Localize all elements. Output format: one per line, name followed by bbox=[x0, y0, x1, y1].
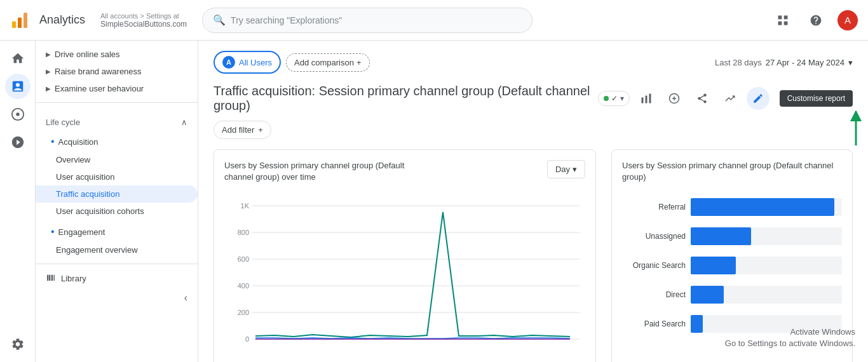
column-chart-btn[interactable] bbox=[635, 87, 658, 110]
sidebar-item-reports[interactable] bbox=[5, 74, 31, 99]
svg-rect-3 bbox=[778, 15, 782, 19]
bar-row-direct: Direct bbox=[622, 286, 842, 304]
line-chart-container: Users by Session primary channel group (… bbox=[214, 149, 596, 362]
bar-label: Referral bbox=[622, 203, 686, 211]
sidebar-item-explore[interactable] bbox=[5, 102, 31, 127]
day-label: Day bbox=[555, 164, 570, 174]
user-avatar[interactable]: A bbox=[837, 10, 858, 30]
grid-icon-btn[interactable] bbox=[771, 9, 794, 32]
bar-label: Unassigned bbox=[622, 232, 686, 241]
nav-sub-label: User acquisition bbox=[56, 172, 115, 182]
watermark-line2: Go to Settings to activate Windows. bbox=[725, 338, 855, 349]
compare-btn[interactable] bbox=[663, 87, 686, 110]
bar-fill bbox=[691, 286, 724, 304]
nav-label: Raise brand awareness bbox=[55, 67, 142, 76]
date-value: 27 Apr - 24 May 2024 bbox=[766, 58, 844, 67]
add-filter-bar: Add filter + bbox=[214, 121, 853, 139]
add-comparison-label: Add comparison bbox=[294, 58, 354, 67]
date-range-label: Last 28 days bbox=[715, 58, 762, 67]
sidebar-icons bbox=[0, 41, 36, 362]
search-bar[interactable]: 🔍 Try searching "Explorations" bbox=[202, 8, 532, 33]
customise-report-tooltip: Customise report bbox=[780, 90, 853, 107]
nav-sub-engagement-overview[interactable]: Engagement overview bbox=[36, 241, 198, 258]
bar-label: Direct bbox=[622, 290, 686, 299]
svg-rect-11 bbox=[649, 94, 651, 104]
svg-text:0: 0 bbox=[245, 335, 249, 343]
nav-item-drive-online-sales[interactable]: ▶ Drive online sales bbox=[36, 46, 198, 63]
svg-text:200: 200 bbox=[238, 309, 249, 316]
bullet-icon: • bbox=[51, 136, 55, 147]
add-comparison-btn[interactable]: Add comparison + bbox=[286, 53, 370, 72]
sidebar-item-advertising[interactable] bbox=[5, 130, 31, 155]
chip-label: All Users bbox=[239, 58, 272, 67]
app-title: Analytics bbox=[39, 13, 85, 27]
nav-sub-overview[interactable]: Overview bbox=[36, 151, 198, 168]
chevron-down-icon: ▾ bbox=[620, 94, 624, 103]
nav-group-acquisition[interactable]: • Acquisition bbox=[36, 132, 198, 151]
nav-library[interactable]: Library bbox=[36, 269, 198, 287]
app-header: Analytics All accounts > Settings at Sim… bbox=[0, 0, 868, 41]
bar-fill bbox=[691, 227, 751, 245]
nav-sub-label: User acquisition cohorts bbox=[56, 206, 144, 216]
chevron-left-icon: ‹ bbox=[184, 292, 187, 304]
svg-rect-4 bbox=[784, 15, 788, 19]
nav-sub-label: Overview bbox=[56, 155, 90, 164]
line-chart-title: Users by Session primary channel group (… bbox=[224, 160, 415, 183]
svg-rect-2 bbox=[24, 13, 27, 28]
lifecycle-section-header[interactable]: Life cycle ∧ bbox=[36, 112, 198, 132]
line-chart-header: Users by Session primary channel group (… bbox=[224, 160, 585, 183]
search-placeholder: Try searching "Explorations" bbox=[231, 15, 342, 25]
sidebar-item-settings[interactable] bbox=[5, 332, 31, 357]
svg-rect-9 bbox=[641, 98, 643, 104]
bar-row-organic: Organic Search bbox=[622, 257, 842, 274]
svg-text:800: 800 bbox=[238, 229, 249, 236]
bar-track bbox=[691, 286, 842, 304]
add-filter-label: Add filter bbox=[222, 125, 254, 135]
nav-panel: ▶ Drive online sales ▶ Raise brand aware… bbox=[36, 41, 198, 362]
account-info: All accounts > Settings at SimpleSocialB… bbox=[100, 12, 187, 29]
trend-btn[interactable] bbox=[719, 87, 742, 110]
main-layout: ▶ Drive online sales ▶ Raise brand aware… bbox=[0, 41, 868, 362]
plus-icon: + bbox=[356, 58, 362, 67]
status-label: ✓ bbox=[611, 94, 618, 103]
bar-row-referral: Referral bbox=[622, 198, 842, 216]
nav-sub-user-cohorts[interactable]: User acquisition cohorts bbox=[36, 203, 198, 220]
nav-group-engagement[interactable]: • Engagement bbox=[36, 222, 198, 241]
nav-item-examine-user[interactable]: ▶ Examine user behaviour bbox=[36, 80, 198, 97]
share-btn[interactable] bbox=[691, 87, 714, 110]
date-range-picker[interactable]: Last 28 days 27 Apr - 24 May 2024 ▾ bbox=[715, 58, 853, 67]
add-filter-btn[interactable]: Add filter + bbox=[214, 121, 271, 139]
green-arrow-indicator bbox=[846, 111, 865, 151]
bar-row-unassigned: Unassigned bbox=[622, 227, 842, 245]
nav-group-label-text: Acquisition bbox=[58, 137, 98, 147]
watermark-line1: Activate Windows bbox=[725, 326, 855, 338]
all-users-chip[interactable]: A All Users bbox=[214, 51, 281, 74]
top-filter-bar: A All Users Add comparison + Last 28 day… bbox=[214, 51, 853, 74]
account-line1: All accounts > Settings at bbox=[100, 12, 187, 20]
svg-rect-5 bbox=[778, 21, 782, 25]
report-title: Traffic acquisition: Session primary cha… bbox=[214, 84, 593, 113]
nav-item-raise-brand[interactable]: ▶ Raise brand awareness bbox=[36, 63, 198, 80]
library-label: Library bbox=[61, 274, 86, 283]
nav-collapse-btn[interactable]: ‹ bbox=[36, 287, 198, 309]
bar-track bbox=[691, 257, 842, 274]
bar-fill bbox=[691, 257, 736, 274]
sidebar-item-home[interactable] bbox=[5, 46, 31, 71]
main-content: A All Users Add comparison + Last 28 day… bbox=[198, 41, 868, 362]
nav-sub-traffic-acquisition[interactable]: Traffic acquisition bbox=[36, 185, 198, 203]
search-icon: 🔍 bbox=[213, 14, 226, 26]
bar-fill bbox=[691, 315, 703, 333]
day-selector[interactable]: Day ▾ bbox=[547, 160, 585, 178]
line-chart-svg: 1K 800 600 400 200 0 bbox=[224, 193, 585, 358]
library-icon bbox=[46, 273, 56, 283]
edit-report-btn[interactable] bbox=[747, 87, 770, 110]
nav-sub-user-acquisition[interactable]: User acquisition bbox=[36, 168, 198, 185]
status-dot bbox=[604, 96, 609, 101]
header-right: A bbox=[771, 9, 858, 32]
help-icon-btn[interactable] bbox=[804, 9, 827, 32]
status-badge[interactable]: ✓ ▾ bbox=[598, 91, 630, 106]
title-icons bbox=[635, 87, 770, 110]
svg-text:1K: 1K bbox=[241, 202, 250, 210]
svg-rect-1 bbox=[18, 17, 22, 28]
chip-avatar: A bbox=[222, 56, 235, 69]
